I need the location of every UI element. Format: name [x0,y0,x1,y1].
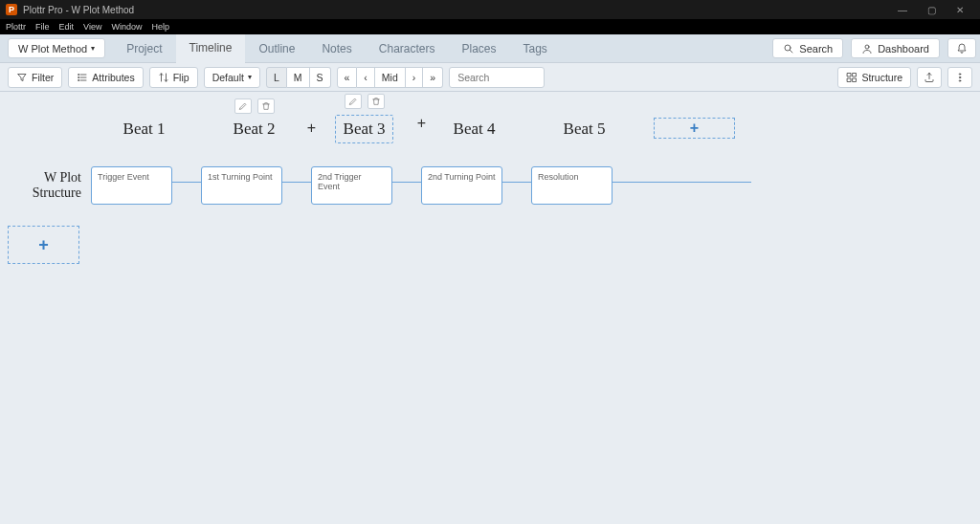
svg-point-2 [865,45,869,49]
beat-label: Beat 4 [454,120,496,139]
beat-column[interactable]: Beat 2 + [213,110,295,139]
caret-down-icon: ▾ [91,44,95,53]
zoom-small[interactable]: S [310,67,331,88]
zoom-medium[interactable]: M [287,67,310,88]
beat-delete-button[interactable] [257,98,275,114]
tab-places[interactable]: Places [448,34,509,62]
add-beat-button[interactable]: + [654,110,735,139]
search-button[interactable]: Search [772,38,843,58]
beat-delete-button[interactable] [368,94,385,109]
beat-column[interactable]: Beat 1 [103,110,185,139]
svg-point-8 [78,79,79,80]
flip-icon [158,72,169,83]
insert-beat-icon[interactable]: + [417,115,426,132]
tab-project[interactable]: Project [113,34,175,62]
menu-item[interactable]: View [83,22,101,32]
beat-edit-button[interactable] [345,94,362,109]
beat-headers: Beat 1 Beat 2 + [103,105,735,143]
file-dropdown[interactable]: W Plot Method ▾ [8,38,105,58]
toolbar: Filter Attributes Flip Default ▾ L M S «… [0,63,980,92]
beat-label: Beat 5 [564,120,606,139]
beat-column[interactable]: Beat 4 [434,110,515,139]
dashboard-button[interactable]: Dashboard [851,38,940,58]
flip-button[interactable]: Flip [149,67,198,88]
menu-item[interactable]: Edit [59,22,75,32]
tab-characters[interactable]: Characters [366,34,449,62]
timeline-canvas[interactable]: Beat 1 Beat 2 + [0,92,980,524]
more-button[interactable] [947,67,972,88]
plotline-name[interactable]: W Plot Structure [0,170,91,201]
scene-card[interactable]: 2nd Turning Point [421,166,502,205]
notifications-button[interactable] [947,38,976,58]
attributes-button[interactable]: Attributes [68,67,143,88]
filter-button[interactable]: Filter [8,67,62,88]
scene-card[interactable]: 1st Turning Point [201,166,282,205]
svg-point-13 [959,73,961,75]
nav-last[interactable]: » [423,67,443,88]
caret-down-icon: ▾ [248,73,252,81]
timeline-search-input[interactable] [457,72,536,83]
structure-icon [846,72,858,83]
svg-rect-9 [848,73,852,76]
trash-icon [371,97,381,106]
filter-icon [16,72,28,83]
tab-tags[interactable]: Tags [510,34,561,62]
plotline-row: W Plot Structure Trigger Event 1st Turni… [0,166,641,205]
nav-prev[interactable]: ‹ [357,67,375,88]
title-bar: P Plottr Pro - W Plot Method — ▢ ✕ [0,0,980,19]
tabs: Project Timeline Outline Notes Character… [113,34,561,62]
zoom-large[interactable]: L [266,67,287,88]
trash-icon [261,101,271,111]
scene-card[interactable]: 2nd Trigger Event [311,166,392,205]
svg-point-14 [959,76,961,78]
tab-notes[interactable]: Notes [308,34,365,62]
plus-icon: + [38,235,49,255]
scene-card[interactable]: Trigger Event [91,166,172,205]
beat-column[interactable]: Beat 3 + [323,105,405,143]
beat-label: Beat 3 [335,115,394,143]
search-icon [783,43,794,55]
insert-beat-icon[interactable]: + [307,120,316,137]
nav-mid[interactable]: Mid [375,67,406,88]
maximize-button[interactable]: ▢ [917,5,946,15]
scene-card[interactable]: Resolution [531,166,612,205]
structure-button[interactable]: Structure [837,67,911,88]
tab-row: W Plot Method ▾ Project Timeline Outline… [0,34,980,63]
add-plotline-button[interactable]: + [8,226,79,264]
beat-edit-button[interactable] [234,98,252,114]
menu-item[interactable]: Plottr [6,22,26,32]
menu-item[interactable]: Window [111,22,142,32]
tab-outline[interactable]: Outline [245,34,308,62]
beat-label: Beat 2 [234,120,276,139]
zoom-level-group: L M S [266,67,331,88]
file-dropdown-label: W Plot Method [18,43,87,55]
edit-icon [348,97,358,106]
menu-item[interactable]: Help [151,22,169,32]
beat-column[interactable]: Beat 5 [544,110,625,139]
close-button[interactable]: ✕ [946,5,974,15]
list-icon [77,72,88,83]
export-button[interactable] [917,67,942,88]
menu-item[interactable]: File [35,22,50,32]
svg-rect-10 [853,73,857,76]
window-title: Plottr Pro - W Plot Method [23,5,134,15]
nav-first[interactable]: « [337,67,358,88]
zoom-default-dropdown[interactable]: Default ▾ [204,67,260,88]
svg-rect-11 [848,78,852,82]
plus-icon: + [690,120,699,137]
minimize-button[interactable]: — [888,5,917,15]
svg-point-6 [78,74,79,75]
export-icon [924,72,935,83]
kebab-icon [954,72,966,83]
bell-icon [956,43,968,55]
svg-line-1 [791,50,793,53]
tab-timeline[interactable]: Timeline [176,34,246,63]
app-icon: P [6,4,17,15]
nav-next[interactable]: › [406,67,424,88]
edit-icon [238,101,248,111]
svg-point-7 [78,76,79,77]
svg-rect-12 [853,78,857,82]
svg-point-15 [959,79,961,81]
menu-bar: Plottr File Edit View Window Help [0,19,980,34]
timeline-search[interactable] [449,67,545,88]
